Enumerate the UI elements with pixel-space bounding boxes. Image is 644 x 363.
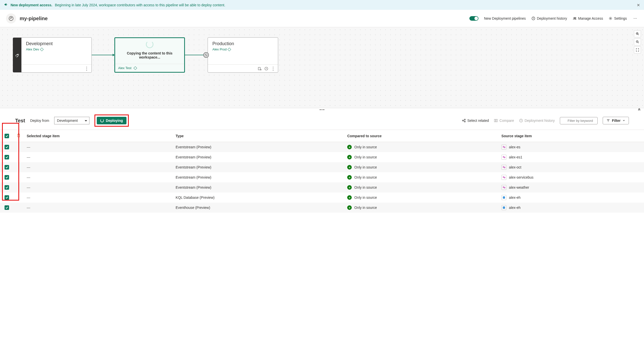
svg-rect-16 — [496, 119, 497, 122]
row-checkbox[interactable] — [5, 155, 9, 159]
svg-point-12 — [462, 120, 463, 121]
row-checkbox[interactable] — [5, 165, 9, 170]
diamond-icon — [40, 47, 44, 51]
row-checkbox[interactable] — [5, 175, 9, 180]
svg-rect-22 — [503, 207, 505, 209]
type-value: Eventstream (Preview) — [173, 162, 344, 172]
people-icon — [573, 16, 577, 20]
compare-value: +Only in source — [347, 165, 495, 170]
zoom-controls — [634, 30, 641, 53]
deploy-button[interactable]: Deploying — [97, 117, 126, 124]
stage-workspace[interactable]: Alex Test — [118, 66, 132, 70]
page-title: my-pipeline — [20, 16, 466, 21]
select-all-header[interactable] — [0, 130, 14, 142]
plus-icon: + — [347, 185, 352, 190]
stage-item-value: — — [27, 206, 30, 210]
settings-label: Settings — [614, 16, 627, 20]
stage-item-value: — — [27, 175, 30, 179]
compare-value: +Only in source — [347, 145, 495, 149]
spinner-icon — [100, 119, 104, 122]
clipboard-icon[interactable] — [14, 130, 24, 142]
svg-rect-9 — [258, 67, 260, 70]
stage-development[interactable]: Development Alex Dev ⋮ — [21, 37, 92, 73]
highlight-deploy-button: Deploying — [94, 115, 129, 127]
col-compared[interactable]: Compared to source — [344, 130, 498, 142]
table-row[interactable]: — Eventstream (Preview) +Only in source … — [0, 172, 644, 182]
deploy-from-select[interactable]: Development — [54, 117, 89, 124]
plus-icon: + — [347, 165, 352, 170]
table-row[interactable]: — Eventstream (Preview) +Only in source … — [0, 142, 644, 152]
gear-icon — [608, 16, 613, 20]
stages-row: Development Alex Dev ⋮ Copying the conte… — [13, 37, 634, 73]
select-related-button[interactable]: Select related — [462, 119, 489, 123]
compare-value: +Only in source — [347, 195, 495, 200]
item-type-icon — [501, 175, 506, 180]
source-item-value: alex-servicebus — [501, 175, 641, 180]
stage-test[interactable]: Copying the content to this workspace...… — [114, 37, 185, 73]
col-type[interactable]: Type — [173, 130, 344, 142]
table-row[interactable]: — Eventstream (Preview) +Only in source … — [0, 182, 644, 192]
row-checkbox[interactable] — [5, 145, 9, 149]
stage-workspace[interactable]: Alex Prod — [212, 47, 273, 51]
svg-point-14 — [464, 121, 465, 122]
history-icon — [531, 16, 535, 20]
source-item-value: alex-oct — [501, 165, 641, 170]
filter-button[interactable]: Filter — [603, 117, 629, 124]
table-row[interactable]: — Eventstream (Preview) +Only in source … — [0, 152, 644, 162]
source-item-value: alex-es1 — [501, 155, 641, 160]
stage-production[interactable]: Production Alex Prod ⋮ — [208, 37, 278, 73]
row-checkbox[interactable] — [5, 195, 9, 200]
manage-access-link[interactable]: Manage Access — [573, 16, 603, 20]
col-stage-item[interactable]: Selected stage item — [24, 130, 173, 142]
table-row[interactable]: — KQL Database (Preview) +Only in source… — [0, 192, 644, 203]
stage-more-icon[interactable]: ⋮ — [84, 66, 89, 71]
row-checkbox[interactable] — [5, 185, 9, 190]
svg-point-3 — [575, 17, 576, 18]
rules-icon[interactable] — [258, 67, 262, 71]
stage-name: Development — [26, 41, 87, 46]
panel-divider[interactable] — [0, 108, 644, 111]
more-menu-icon[interactable]: ⋯ — [632, 16, 638, 20]
stage-more-icon[interactable]: ⋮ — [271, 66, 275, 71]
compare-value: +Only in source — [347, 175, 495, 180]
toggle-label: New Deployment pipelines — [484, 16, 526, 20]
plus-icon: + — [347, 155, 352, 159]
item-type-icon — [501, 145, 506, 150]
new-pipelines-toggle[interactable] — [469, 16, 478, 21]
filter-input[interactable] — [560, 117, 598, 124]
zoom-fit-button[interactable] — [634, 46, 641, 53]
deployment-history-link[interactable]: Deployment history — [531, 16, 567, 20]
col-source-item[interactable]: Source stage item — [498, 130, 644, 142]
settings-link[interactable]: Settings — [608, 16, 627, 20]
access-label: Manage Access — [578, 16, 603, 20]
stage-item-value: — — [27, 145, 30, 149]
history-icon[interactable] — [264, 67, 268, 71]
compare-value: +Only in source — [347, 205, 495, 210]
svg-point-4 — [610, 18, 611, 19]
notification-title: New deployment access. — [11, 3, 52, 7]
stage-active-indicator — [13, 38, 21, 72]
item-type-icon — [501, 185, 506, 190]
pipeline-icon — [6, 13, 16, 23]
stage-item-value: — — [27, 155, 30, 159]
svg-point-7 — [17, 54, 18, 55]
plus-icon: + — [347, 195, 352, 200]
table-row[interactable]: — Eventstream (Preview) +Only in source … — [0, 162, 644, 172]
row-checkbox[interactable] — [5, 205, 9, 210]
zoom-in-button[interactable] — [634, 30, 641, 37]
collapse-icon[interactable] — [637, 108, 641, 112]
compare-value: +Only in source — [347, 155, 495, 159]
source-item-value: alex-es — [501, 145, 641, 150]
close-icon[interactable]: ✕ — [637, 3, 640, 7]
stage-item-value: — — [27, 165, 30, 169]
stage-workspace[interactable]: Alex Dev — [26, 47, 87, 51]
table-row[interactable]: — Eventhouse (Preview) +Only in source a… — [0, 203, 644, 213]
zoom-out-button[interactable] — [634, 38, 641, 45]
svg-rect-15 — [494, 119, 496, 122]
copying-text: Copying the content to this workspace... — [120, 51, 180, 59]
pipeline-canvas: Development Alex Dev ⋮ Copying the conte… — [0, 27, 644, 108]
item-type-icon — [501, 155, 506, 160]
header: my-pipeline New Deployment pipelines Dep… — [0, 10, 644, 27]
items-table-wrap: Selected stage item Type Compared to sou… — [0, 130, 644, 213]
megaphone-icon — [4, 3, 8, 7]
